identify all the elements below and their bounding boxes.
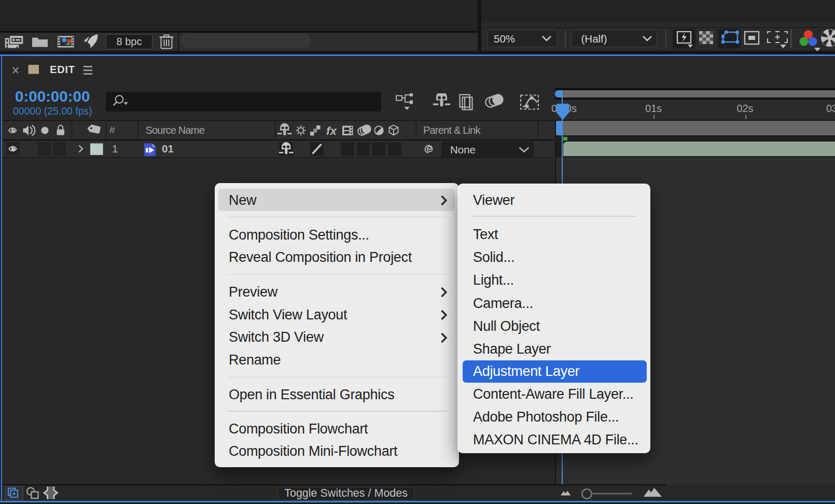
svg-text:fx: fx	[326, 124, 337, 137]
